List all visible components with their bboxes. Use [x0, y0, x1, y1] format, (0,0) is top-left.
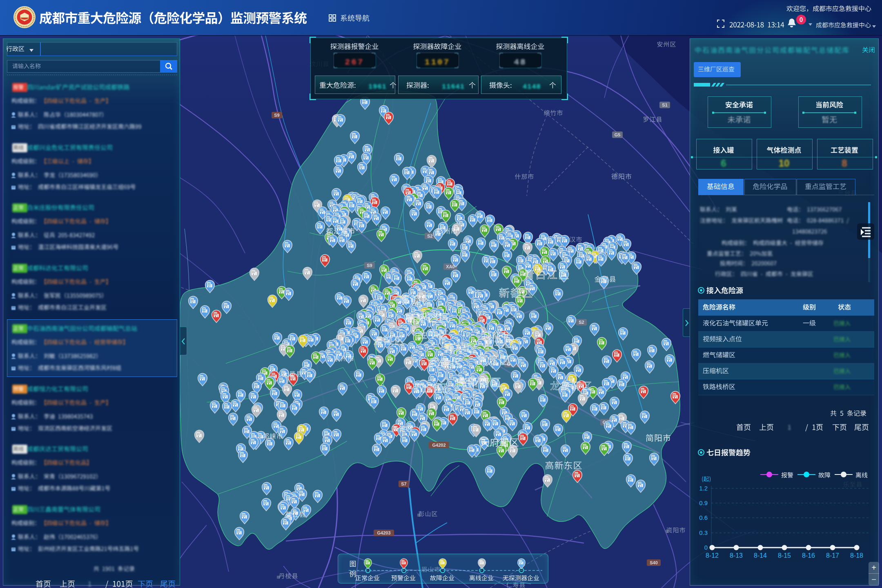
svg-text:S9: S9: [274, 113, 279, 118]
svg-text:S2: S2: [427, 234, 432, 238]
svg-text:G5: G5: [615, 132, 621, 137]
svg-text:S1: S1: [662, 102, 667, 107]
svg-text:S9: S9: [367, 263, 372, 268]
svg-text:G4202: G4202: [432, 443, 445, 448]
svg-text:S40: S40: [650, 560, 658, 565]
svg-text:S7: S7: [401, 481, 406, 486]
svg-text:G4203: G4203: [377, 530, 390, 535]
svg-text:S2: S2: [579, 320, 584, 325]
